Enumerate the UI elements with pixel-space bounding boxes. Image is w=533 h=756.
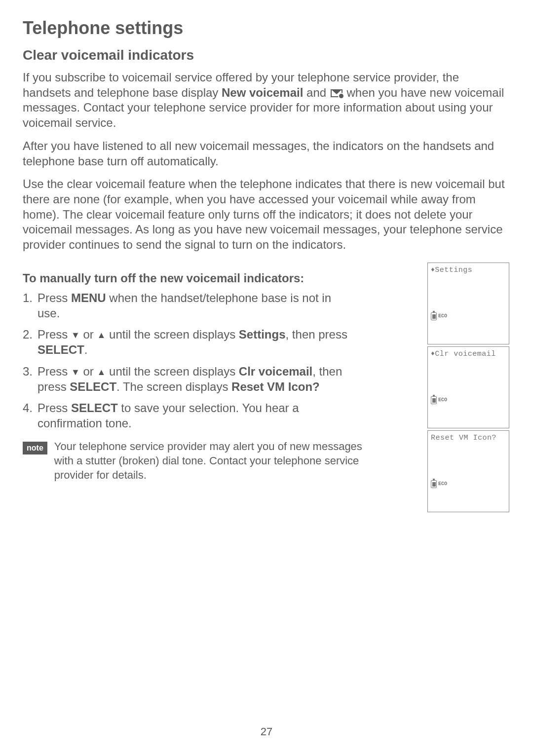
select-key-3: SELECT [71,401,118,415]
note-badge: note [23,442,47,454]
menu-key: MENU [71,291,106,304]
step3-e: . The screen displays [116,380,231,393]
note-block: note Your telephone service provider may… [23,440,368,482]
battery-icon-3 [431,480,437,488]
steps-heading: To manually turn off the new voicemail i… [23,271,419,285]
screen-settings: ♦Settings ECO [427,263,509,344]
step-1: Press MENU when the handset/telephone ba… [23,290,348,321]
steps-list: Press MENU when the handset/telephone ba… [23,290,419,431]
select-key-1: SELECT [38,343,84,356]
battery-icon-2 [431,396,437,404]
down-arrow-icon: ▼ [71,330,80,341]
step3-a: Press [38,365,71,378]
step1-a: Press [38,291,71,304]
reset-vm-icon-label: Reset VM Icon? [231,380,320,393]
para1-text-b: and [303,86,329,99]
screen2-text: Clr voicemail [435,350,496,358]
page-number: 27 [0,725,533,738]
step-3: Press ▼ or ▲ until the screen displays C… [23,364,348,394]
select-key-2: SELECT [70,380,116,393]
down-arrow-icon-2: ▼ [71,367,80,378]
section-heading: Clear voicemail indicators [23,47,510,63]
up-arrow-icon-2: ▲ [97,367,106,378]
lcd-screens: ♦Settings ECO ♦Clr voicemail ECO Reset V… [427,263,510,512]
step3-b: or [80,365,97,378]
paragraph-1: If you subscribe to voicemail service of… [23,70,510,131]
step-2: Press ▼ or ▲ until the screen displays S… [23,327,348,357]
settings-label: Settings [239,328,286,341]
screen-reset-vm: Reset VM Icon? ECO [427,430,509,512]
step3-c: until the screen displays [106,365,238,378]
envelope-icon [331,89,343,97]
step2-b: or [80,328,97,341]
step4-a: Press [38,401,71,415]
eco-label-3: ECO [438,481,447,487]
step2-c: until the screen displays [106,328,238,341]
note-text: Your telephone service provider may aler… [54,440,368,482]
screen-clr-voicemail: ♦Clr voicemail ECO [427,346,509,428]
step2-e: . [84,343,88,356]
battery-icon [431,312,437,320]
clr-voicemail-label: Clr voicemail [239,365,312,378]
eco-label-2: ECO [438,397,447,403]
paragraph-3: Use the clear voicemail feature when the… [23,177,510,253]
paragraph-2: After you have listened to all new voice… [23,139,510,169]
eco-label: ECO [438,313,447,319]
step-4: Press SELECT to save your selection. You… [23,400,348,431]
screen1-text: Settings [435,266,472,274]
page-title: Telephone settings [23,18,510,38]
step2-d: , then press [286,328,347,341]
new-voicemail-label: New voicemail [222,86,303,99]
step2-a: Press [38,328,71,341]
screen3-text: Reset VM Icon? [431,434,496,442]
up-arrow-icon: ▲ [97,330,106,341]
